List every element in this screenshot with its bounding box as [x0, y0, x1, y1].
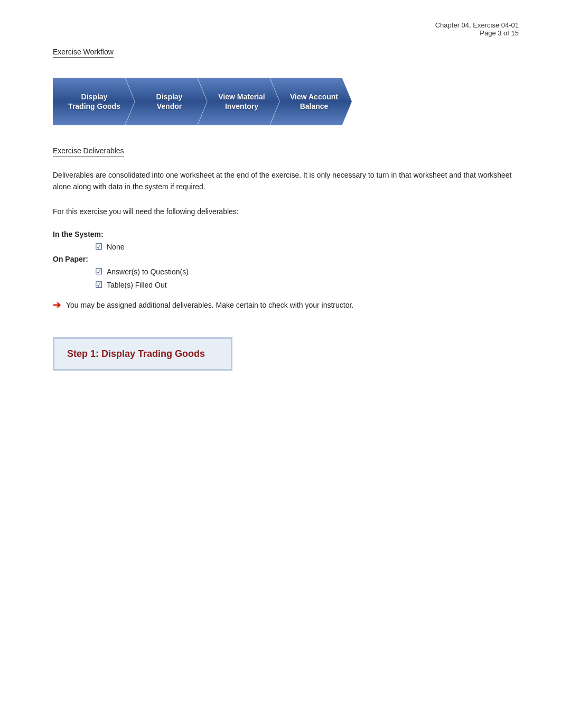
workflow-step-3: View Material Inventory [198, 78, 279, 125]
in-system-item-text-1: None [107, 243, 124, 251]
additional-note-row: ➔ You may be assigned additional deliver… [53, 299, 519, 311]
in-system-item-1: ☑ None [53, 242, 519, 252]
on-paper-label: On Paper: [53, 255, 519, 263]
workflow-step-4: View Account Balance [270, 78, 352, 125]
step-1-title: Step 1: Display Trading Goods [67, 348, 218, 360]
exercise-workflow-heading: Exercise Workflow [53, 48, 114, 58]
checkbox-icon-2: ☑ [95, 266, 102, 277]
workflow-diagram: Display Trading Goods Display Vendor Vie… [53, 78, 519, 125]
checkbox-icon-3: ☑ [95, 280, 102, 290]
arrow-right-icon: ➔ [53, 299, 61, 311]
workflow-step-3-text: View Material Inventory [218, 92, 265, 111]
deliverables-section: Exercise Deliverables Deliverables are c… [53, 146, 519, 311]
on-paper-item-text-1: Answer(s) to Question(s) [107, 268, 189, 276]
workflow-step-2: Display Vendor [125, 78, 207, 125]
workflow-step-2-text: Display Vendor [156, 92, 183, 111]
workflow-step-1-text: Display Trading Goods [68, 92, 120, 111]
page-info: Page 3 of 15 [53, 29, 519, 37]
workflow-step-4-text: View Account Balance [290, 92, 338, 111]
page-header: Chapter 04, Exercise 04-01 Page 3 of 15 [53, 21, 519, 37]
deliverables-paragraph-1: Deliverables are consolidated into one w… [53, 169, 519, 193]
on-paper-item-2: ☑ Table(s) Filled Out [53, 280, 519, 290]
on-paper-item-text-2: Table(s) Filled Out [107, 281, 167, 289]
deliverables-paragraph-2: For this exercise you will need the foll… [53, 206, 519, 217]
checkbox-icon-1: ☑ [95, 242, 102, 252]
step-1-box: Step 1: Display Trading Goods [53, 337, 232, 371]
exercise-deliverables-heading: Exercise Deliverables [53, 146, 124, 156]
in-system-label: In the System: [53, 230, 519, 238]
chapter-info: Chapter 04, Exercise 04-01 [53, 21, 519, 29]
additional-note-text: You may be assigned additional deliverab… [66, 301, 353, 309]
on-paper-item-1: ☑ Answer(s) to Question(s) [53, 266, 519, 277]
workflow-step-1: Display Trading Goods [53, 78, 135, 125]
